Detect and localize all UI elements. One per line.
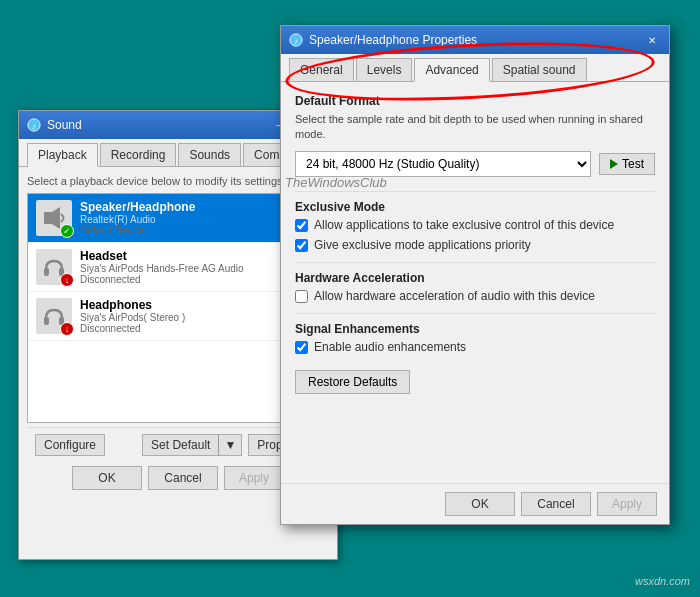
svg-rect-6 <box>44 317 49 325</box>
watermark: wsxdn.com <box>635 575 690 587</box>
prop-close-button[interactable]: ✕ <box>643 32 661 48</box>
exclusive-priority-checkbox[interactable] <box>295 239 308 252</box>
test-label: Test <box>622 157 644 171</box>
exclusive-control-checkbox[interactable] <box>295 219 308 232</box>
test-button[interactable]: Test <box>599 153 655 175</box>
svg-rect-2 <box>44 212 52 224</box>
sound-ok-button[interactable]: OK <box>72 466 142 490</box>
prop-apply-button[interactable]: Apply <box>597 492 657 516</box>
prop-cancel-button[interactable]: Cancel <box>521 492 591 516</box>
enable-audio-enhancements-label: Enable audio enhancements <box>314 340 466 356</box>
tab-spatial-sound[interactable]: Spatial sound <box>492 58 587 81</box>
prop-dialog-title: Speaker/Headphone Properties <box>309 33 477 47</box>
tab-playback[interactable]: Playback <box>27 143 98 167</box>
format-row: 16 bit, 44100 Hz (CD Quality)16 bit, 480… <box>295 151 655 177</box>
prop-tabs: General Levels Advanced Spatial sound <box>281 54 669 82</box>
set-default-button[interactable]: Set Default <box>142 434 218 456</box>
device-icon-headset-wrap: ↓ <box>36 249 72 285</box>
enable-audio-enhancements-row: Enable audio enhancements <box>295 340 655 356</box>
tab-sounds[interactable]: Sounds <box>178 143 241 166</box>
tab-advanced[interactable]: Advanced <box>414 58 489 82</box>
exclusive-control-row: Allow applications to take exclusive con… <box>295 218 655 234</box>
sound-window-title: Sound <box>47 118 82 132</box>
hardware-accel-checkbox[interactable] <box>295 290 308 303</box>
speaker-status-badge: ✓ <box>60 224 74 238</box>
sound-titlebar-icon: ♪ <box>27 118 41 132</box>
svg-text:♪: ♪ <box>294 36 298 46</box>
properties-dialog: ♪ Speaker/Headphone Properties ✕ General… <box>280 25 670 525</box>
restore-defaults-button[interactable]: Restore Defaults <box>295 370 410 394</box>
svg-marker-3 <box>52 207 60 229</box>
hardware-accel-row: Allow hardware acceleration of audio wit… <box>295 289 655 305</box>
prop-ok-button[interactable]: OK <box>445 492 515 516</box>
exclusive-control-label: Allow applications to take exclusive con… <box>314 218 614 234</box>
enable-audio-enhancements-checkbox[interactable] <box>295 341 308 354</box>
configure-button[interactable]: Configure <box>35 434 105 456</box>
prop-footer: OK Cancel Apply <box>281 483 669 524</box>
tab-general[interactable]: General <box>289 58 354 81</box>
exclusive-priority-row: Give exclusive mode applications priorit… <box>295 238 655 254</box>
default-format-title: Default Format <box>295 94 655 108</box>
default-format-desc: Select the sample rate and bit depth to … <box>295 112 655 143</box>
exclusive-priority-label: Give exclusive mode applications priorit… <box>314 238 531 254</box>
prop-titlebar-left: ♪ Speaker/Headphone Properties <box>289 33 477 47</box>
svg-rect-4 <box>44 268 49 276</box>
prop-content: Default Format Select the sample rate an… <box>281 82 669 406</box>
device-icon-speaker-wrap: ✓ <box>36 200 72 236</box>
sound-cancel-button[interactable]: Cancel <box>148 466 218 490</box>
exclusive-mode-title: Exclusive Mode <box>295 200 655 214</box>
headset-status-badge: ↓ <box>60 273 74 287</box>
divider-1 <box>295 191 655 192</box>
signal-enhancements-title: Signal Enhancements <box>295 322 655 336</box>
speaker-prop-icon: ♪ <box>289 33 303 47</box>
hardware-accel-label: Allow hardware acceleration of audio wit… <box>314 289 595 305</box>
divider-3 <box>295 313 655 314</box>
set-default-split: Set Default ▼ <box>142 434 242 456</box>
prop-window-controls: ✕ <box>643 32 661 48</box>
device-icon-headphones-wrap: ↓ <box>36 298 72 334</box>
tab-recording[interactable]: Recording <box>100 143 177 166</box>
set-default-arrow[interactable]: ▼ <box>218 434 242 456</box>
headphones-status-badge: ↓ <box>60 322 74 336</box>
prop-titlebar: ♪ Speaker/Headphone Properties ✕ <box>281 26 669 54</box>
sound-apply-button[interactable]: Apply <box>224 466 284 490</box>
tab-levels[interactable]: Levels <box>356 58 413 81</box>
play-icon <box>610 159 618 169</box>
svg-text:♪: ♪ <box>32 121 36 131</box>
divider-2 <box>295 262 655 263</box>
hardware-accel-title: Hardware Acceleration <box>295 271 655 285</box>
format-select[interactable]: 16 bit, 44100 Hz (CD Quality)16 bit, 480… <box>295 151 591 177</box>
